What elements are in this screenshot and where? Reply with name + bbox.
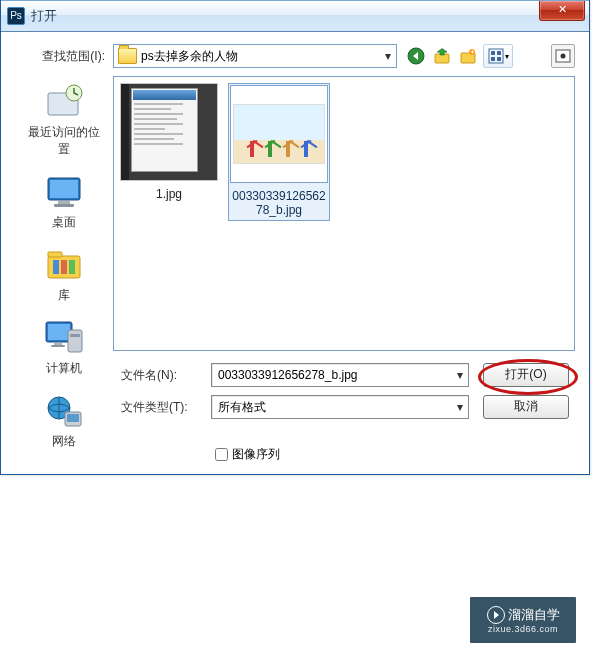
place-label: 最近访问的位置 xyxy=(23,124,105,158)
place-label: 网络 xyxy=(23,433,105,450)
watermark: 溜溜自学 zixue.3d66.com xyxy=(470,597,576,643)
place-label: 计算机 xyxy=(23,360,105,377)
svg-rect-17 xyxy=(54,204,74,207)
title-bar: Ps 打开 ✕ xyxy=(1,0,589,32)
up-button[interactable] xyxy=(431,45,453,67)
svg-rect-22 xyxy=(69,260,75,274)
svg-rect-31 xyxy=(67,414,79,422)
folder-icon xyxy=(118,48,137,64)
svg-text:✦: ✦ xyxy=(470,49,475,55)
nav-toolbar: ✦ ▾ xyxy=(405,44,575,68)
place-desktop[interactable]: 桌面 xyxy=(23,172,105,231)
filetype-value: 所有格式 xyxy=(218,399,266,416)
file-name: 1.jpg xyxy=(120,185,218,203)
new-folder-icon: ✦ xyxy=(459,47,477,65)
svg-rect-19 xyxy=(48,252,62,257)
close-icon: ✕ xyxy=(558,3,567,15)
file-list[interactable]: 1.jpg xyxy=(113,76,575,351)
cancel-button[interactable]: 取消 xyxy=(483,395,569,419)
place-label: 库 xyxy=(23,287,105,304)
svg-rect-28 xyxy=(51,345,65,347)
place-library[interactable]: 库 xyxy=(23,245,105,304)
svg-rect-15 xyxy=(50,180,78,198)
lookin-value: ps去掉多余的人物 xyxy=(141,48,238,65)
place-network[interactable]: 网络 xyxy=(23,391,105,450)
sequence-checkbox[interactable] xyxy=(215,448,228,461)
thumbnail xyxy=(120,83,218,181)
place-computer[interactable]: 计算机 xyxy=(23,318,105,377)
extra-icon xyxy=(555,49,571,63)
computer-icon xyxy=(43,318,85,358)
back-button[interactable] xyxy=(405,45,427,67)
svg-rect-8 xyxy=(491,57,495,61)
window-title: 打开 xyxy=(31,7,57,25)
lookin-label: 查找范围(I): xyxy=(15,48,113,65)
open-button[interactable]: 打开(O) xyxy=(483,363,569,387)
file-item[interactable]: 1.jpg xyxy=(120,83,218,203)
filename-label: 文件名(N): xyxy=(113,367,211,384)
file-item-selected[interactable]: 0033033912656278_b.jpg xyxy=(228,83,330,221)
recent-icon xyxy=(43,82,85,122)
new-folder-button[interactable]: ✦ xyxy=(457,45,479,67)
svg-rect-6 xyxy=(491,51,495,55)
svg-rect-1 xyxy=(435,54,449,63)
svg-rect-24 xyxy=(48,324,70,340)
filetype-label: 文件类型(T): xyxy=(113,399,211,416)
up-icon xyxy=(433,47,451,65)
views-icon xyxy=(488,48,504,64)
back-icon xyxy=(407,47,425,65)
close-button[interactable]: ✕ xyxy=(539,1,585,21)
svg-rect-26 xyxy=(70,334,80,337)
place-recent[interactable]: 最近访问的位置 xyxy=(23,82,105,158)
app-icon: Ps xyxy=(7,7,25,25)
thumbnail xyxy=(230,85,328,183)
chevron-down-icon[interactable]: ▾ xyxy=(451,396,468,418)
views-button[interactable]: ▾ xyxy=(483,44,513,68)
desktop-icon xyxy=(43,172,85,212)
filetype-combo[interactable]: 所有格式 ▾ xyxy=(211,395,469,419)
sequence-label: 图像序列 xyxy=(232,446,280,463)
extra-button[interactable] xyxy=(551,44,575,68)
svg-rect-20 xyxy=(53,260,59,274)
lookin-combo[interactable]: ps去掉多余的人物 ▾ xyxy=(113,44,397,68)
filename-field[interactable]: 0033033912656278_b.jpg ▾ xyxy=(211,363,469,387)
svg-rect-27 xyxy=(54,343,62,345)
file-name: 0033033912656278_b.jpg xyxy=(230,187,328,219)
filename-value: 0033033912656278_b.jpg xyxy=(218,368,357,382)
svg-rect-21 xyxy=(61,260,67,274)
svg-rect-16 xyxy=(58,201,70,204)
library-icon xyxy=(43,245,85,285)
play-icon xyxy=(487,606,505,624)
svg-rect-7 xyxy=(497,51,501,55)
svg-rect-9 xyxy=(497,57,501,61)
chevron-down-icon[interactable]: ▾ xyxy=(380,49,396,63)
chevron-down-icon[interactable]: ▾ xyxy=(451,364,468,386)
svg-rect-25 xyxy=(68,330,82,352)
places-bar: 最近访问的位置 桌面 库 xyxy=(15,76,113,464)
place-label: 桌面 xyxy=(23,214,105,231)
network-icon xyxy=(43,391,85,431)
svg-point-11 xyxy=(561,54,566,59)
